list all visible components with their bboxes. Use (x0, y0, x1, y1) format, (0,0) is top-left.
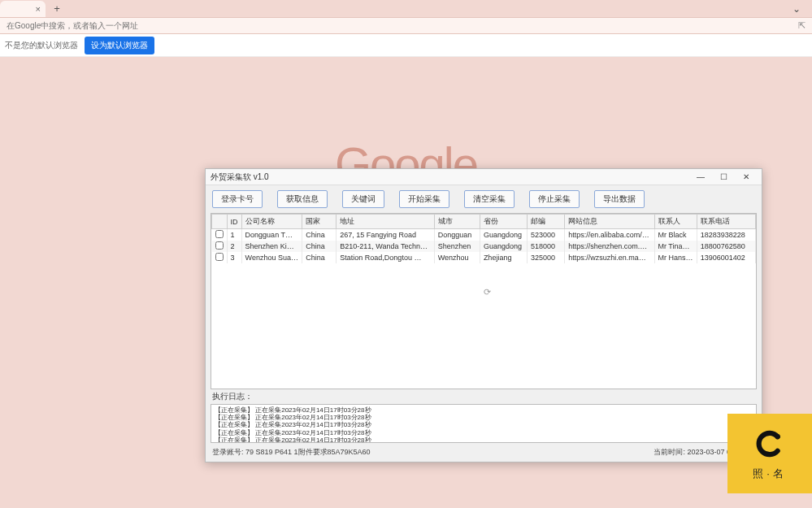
cell-website: https://wzsuzhi.en.ma… (565, 252, 654, 263)
svg-point-0 (775, 434, 780, 439)
cell-city: Wenzhou (434, 252, 480, 263)
export-button[interactable]: 导出数据 (594, 190, 645, 208)
col-postal[interactable]: 邮编 (528, 215, 565, 229)
clear-collect-button[interactable]: 清空采集 (464, 190, 515, 208)
cell-postal: 518000 (528, 241, 565, 252)
table-row[interactable]: 3Wenzhou Sua…ChinaStation Road,Dongtou …… (212, 252, 756, 263)
status-bar: 登录账号: 79 S819 P641 1附件要求85A79K5A60 当前时间:… (206, 445, 762, 462)
table-row[interactable]: 2Shenzhen Ki…ChinaB210-211, Wanda Techn…… (212, 241, 756, 252)
col-contact[interactable]: 联系人 (654, 215, 697, 229)
cell-city: Dongguan (434, 229, 480, 241)
cell-id: 3 (227, 252, 241, 263)
app-title: 外贸采集软 v1.0 (211, 172, 690, 183)
data-table-container[interactable]: ID 公司名称 国家 地址 城市 省份 邮编 网站信息 联系人 联系电话 1Do… (211, 213, 757, 389)
log-line: 【正在采集】 正在采集2023年02月14日17时03分28秒 (215, 429, 753, 436)
row-checkbox[interactable] (215, 241, 224, 250)
cell-address: B210-211, Wanda Techn… (337, 241, 434, 252)
badge-text: 照·名 (753, 467, 787, 481)
cell-city: Shenzhen (434, 241, 480, 252)
log-label: 执行日志： (206, 389, 762, 402)
data-table: ID 公司名称 国家 地址 城市 省份 邮编 网站信息 联系人 联系电话 1Do… (211, 214, 756, 263)
chevron-down-icon[interactable]: ⌄ (792, 3, 801, 15)
cell-website: https://en.alibaba.com/… (565, 229, 654, 241)
col-address[interactable]: 地址 (337, 215, 434, 229)
default-browser-infobar: 不是您的默认浏览器 设为默认浏览器 (0, 34, 812, 57)
cell-id: 1 (227, 229, 241, 241)
infobar-text: 不是您的默认浏览器 (5, 40, 78, 51)
loading-spinner-icon: ⟳ (484, 287, 491, 297)
cell-postal: 523000 (528, 229, 565, 241)
cell-province: Guangdong (480, 229, 527, 241)
set-default-browser-button[interactable]: 设为默认浏览器 (85, 37, 154, 54)
keyword-button[interactable]: 关键词 (342, 190, 384, 208)
tab-close-icon[interactable]: × (36, 4, 41, 14)
address-bar: ⇱ (0, 18, 812, 34)
address-input[interactable] (7, 21, 793, 30)
cell-contact: Mr Hans… (654, 252, 697, 263)
row-checkbox[interactable] (215, 230, 224, 238)
browser-tab[interactable]: × (0, 1, 46, 17)
status-account: 登录账号: 79 S819 P641 1附件要求85A79K5A60 (212, 447, 371, 458)
log-line: 【正在采集】 正在采集2023年02月14日17时03分28秒 (215, 436, 753, 443)
close-button[interactable]: ✕ (736, 171, 757, 184)
badge-c-icon (752, 426, 788, 462)
cell-address: Station Road,Dongtou … (337, 252, 434, 263)
cell-country: China (302, 241, 337, 252)
log-box[interactable]: 【正在采集】 正在采集2023年02月14日17时03分28秒【正在采集】 正在… (211, 404, 757, 443)
col-city[interactable]: 城市 (434, 215, 480, 229)
brand-badge[interactable]: 照·名 (727, 414, 812, 493)
cell-country: China (302, 252, 337, 263)
cell-website: https://shenzhen.com.… (565, 241, 654, 252)
cell-country: China (302, 229, 337, 241)
table-row[interactable]: 1Dongguan T…China267, 15 Fangying RoadDo… (212, 229, 756, 241)
cell-company: Shenzhen Ki… (241, 241, 302, 252)
start-collect-button[interactable]: 开始采集 (399, 190, 449, 208)
col-id[interactable]: ID (227, 215, 241, 229)
col-province[interactable]: 省份 (480, 215, 527, 229)
table-header-row: ID 公司名称 国家 地址 城市 省份 邮编 网站信息 联系人 联系电话 (212, 215, 756, 229)
cell-company: Dongguan T… (241, 229, 302, 241)
app-window: 外贸采集软 v1.0 — ☐ ✕ 登录卡号 获取信息 关键词 开始采集 清空采集… (205, 168, 762, 462)
log-line: 【正在采集】 正在采集2023年02月14日17时03分28秒 (215, 406, 753, 414)
cell-contact: Mr Tina… (654, 241, 697, 252)
cell-company: Wenzhou Sua… (241, 252, 302, 263)
row-checkbox[interactable] (215, 253, 224, 261)
minimize-button[interactable]: — (690, 171, 711, 184)
col-country[interactable]: 国家 (302, 215, 337, 229)
col-website[interactable]: 网站信息 (565, 215, 654, 229)
cell-province: Zhejiang (480, 252, 527, 263)
log-line: 【正在采集】 正在采集2023年02月14日17时03分28秒 (215, 421, 753, 428)
login-button[interactable]: 登录卡号 (212, 190, 263, 208)
new-tab-button[interactable]: + (49, 2, 65, 15)
cell-phone: 18800762580 (697, 241, 755, 252)
cell-phone: 18283938228 (697, 229, 755, 241)
share-icon[interactable]: ⇱ (798, 20, 805, 31)
col-checkbox[interactable] (212, 215, 228, 229)
cell-phone: 13906001402 (697, 252, 755, 263)
log-line: 【正在采集】 正在采集2023年02月14日17时03分28秒 (215, 414, 753, 421)
cell-province: Guangdong (480, 241, 527, 252)
stop-collect-button[interactable]: 停止采集 (529, 190, 580, 208)
app-titlebar[interactable]: 外贸采集软 v1.0 — ☐ ✕ (206, 169, 762, 185)
col-phone[interactable]: 联系电话 (697, 215, 755, 229)
cell-postal: 325000 (528, 252, 565, 263)
maximize-button[interactable]: ☐ (713, 171, 734, 184)
get-info-button[interactable]: 获取信息 (277, 190, 328, 208)
cell-id: 2 (227, 241, 241, 252)
cell-contact: Mr Black (654, 229, 697, 241)
browser-tab-bar: × + ⌄ (0, 0, 812, 18)
toolbar: 登录卡号 获取信息 关键词 开始采集 清空采集 停止采集 导出数据 (206, 185, 762, 213)
col-company[interactable]: 公司名称 (241, 215, 302, 229)
cell-address: 267, 15 Fangying Road (337, 229, 434, 241)
